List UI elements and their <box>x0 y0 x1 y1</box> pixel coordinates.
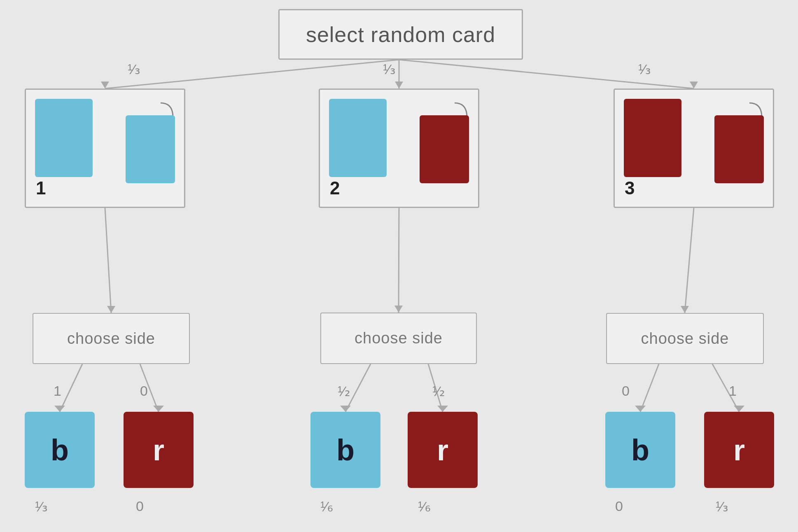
result-b3-label: b <box>631 433 649 467</box>
result-b1: b <box>25 412 95 488</box>
svg-marker-3 <box>101 82 109 89</box>
result-b3: b <box>605 412 675 488</box>
final-prob-r1: 0 <box>136 498 144 514</box>
svg-marker-17 <box>340 406 351 412</box>
result-r1: r <box>124 412 194 488</box>
card-2-left <box>329 99 387 177</box>
prob-top-right: ¹⁄₃ <box>638 61 651 77</box>
result-r2: r <box>408 412 478 488</box>
diagram: select random card ¹⁄₃ ¹⁄₃ ¹⁄₃ 1 2 <box>0 0 798 532</box>
svg-marker-19 <box>437 406 448 412</box>
prob-2-left: ¹⁄₂ <box>338 383 350 399</box>
svg-line-20 <box>640 364 659 412</box>
final-prob-b3: 0 <box>615 498 623 514</box>
card-1-left <box>35 99 93 177</box>
final-prob-b2: ¹⁄₆ <box>320 498 333 515</box>
result-r3: r <box>704 412 774 488</box>
svg-line-10 <box>685 208 694 313</box>
svg-marker-15 <box>153 406 164 412</box>
prob-3-left: 0 <box>622 383 630 399</box>
svg-line-8 <box>399 208 399 313</box>
choose-side-1: choose side <box>33 313 190 364</box>
result-r2-label: r <box>437 433 448 467</box>
svg-marker-5 <box>690 82 698 89</box>
svg-marker-23 <box>734 406 744 412</box>
choose-side-2-label: choose side <box>355 329 443 347</box>
svg-marker-21 <box>635 406 646 412</box>
final-prob-r2: ¹⁄₆ <box>418 498 431 515</box>
svg-line-0 <box>105 60 399 89</box>
svg-marker-4 <box>395 82 403 89</box>
result-r1-label: r <box>153 433 164 467</box>
svg-marker-13 <box>54 406 65 412</box>
card-3-left <box>624 99 681 177</box>
final-prob-r3: ¹⁄₃ <box>716 498 728 515</box>
prob-3-right: 1 <box>729 383 737 399</box>
svg-marker-9 <box>394 306 403 313</box>
svg-line-6 <box>105 208 111 313</box>
final-prob-b1: ¹⁄₃ <box>35 498 48 515</box>
svg-marker-11 <box>681 306 689 313</box>
card-1-number: 1 <box>36 178 46 198</box>
card-2-number: 2 <box>330 178 340 198</box>
choose-side-3: choose side <box>606 313 764 364</box>
root-node: select random card <box>278 9 523 60</box>
card-box-2: 2 <box>319 89 479 208</box>
svg-marker-7 <box>107 306 115 313</box>
root-label: select random card <box>306 22 495 47</box>
svg-line-12 <box>60 364 82 412</box>
choose-side-2: choose side <box>320 313 477 364</box>
card-2-right <box>420 115 469 183</box>
card-3-right <box>714 115 764 183</box>
prob-top-left: ¹⁄₃ <box>128 61 140 77</box>
result-b2-label: b <box>336 433 355 467</box>
prob-1-left: 1 <box>54 383 61 399</box>
prob-top-center: ¹⁄₃ <box>383 61 396 77</box>
card-1-right <box>126 115 175 183</box>
prob-2-right: ¹⁄₂ <box>432 383 445 399</box>
card-3-number: 3 <box>625 178 635 198</box>
result-r3-label: r <box>733 433 745 467</box>
choose-side-3-label: choose side <box>641 330 729 348</box>
prob-1-right: 0 <box>140 383 148 399</box>
result-b1-label: b <box>51 433 69 467</box>
connecting-lines <box>0 0 798 532</box>
choose-side-1-label: choose side <box>67 330 155 348</box>
result-b2: b <box>310 412 380 488</box>
card-box-1: 1 <box>25 89 185 208</box>
card-box-3: 3 <box>614 89 774 208</box>
